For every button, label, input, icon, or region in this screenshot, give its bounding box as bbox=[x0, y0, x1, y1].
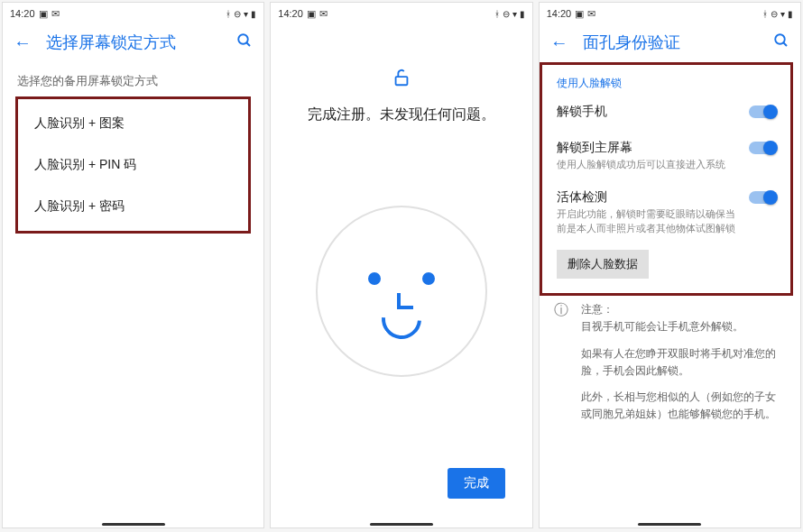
status-time: 14:20 bbox=[278, 8, 303, 19]
setting-title: 解锁手机 bbox=[557, 104, 740, 120]
face-auth-settings-screen: 14:20 ▣ ✉ ᚼ ⊖ ▾ ▮ ← 面孔身份验证 使用人脸解锁 解锁手机 解… bbox=[539, 2, 801, 528]
lock-method-screen: 14:20 ▣ ✉ ᚼ ⊖ ▾ ▮ ← 选择屏幕锁定方式 选择您的备用屏幕锁定方… bbox=[2, 2, 264, 528]
info-section: ⓘ 注意：目视手机可能会让手机意外解锁。 如果有人在您睁开双眼时将手机对准您的脸… bbox=[540, 296, 800, 437]
done-button[interactable]: 完成 bbox=[448, 468, 505, 499]
option-face-password[interactable]: 人脸识别 + 密码 bbox=[18, 186, 248, 227]
face-eye-left bbox=[368, 272, 381, 285]
back-button[interactable]: ← bbox=[550, 32, 568, 53]
face-eye-right bbox=[422, 272, 435, 285]
svg-rect-2 bbox=[396, 77, 408, 85]
back-button[interactable]: ← bbox=[14, 32, 32, 53]
app-bar-title: 选择屏幕锁定方式 bbox=[46, 32, 222, 53]
wifi-icon: ▾ bbox=[244, 9, 248, 19]
setting-title: 活体检测 bbox=[557, 189, 740, 206]
search-button[interactable] bbox=[773, 32, 789, 52]
wifi-icon: ▾ bbox=[512, 9, 517, 19]
gallery-icon: ▣ bbox=[39, 8, 48, 20]
info-icon: ⓘ bbox=[554, 301, 568, 432]
gallery-icon: ▣ bbox=[575, 8, 584, 20]
toggle-unlock-phone[interactable] bbox=[749, 105, 776, 118]
registration-message: 完成注册。未发现任何问题。 bbox=[271, 105, 531, 124]
setting-unlock-home[interactable]: 解锁到主屏幕 使用人脸解锁成功后可以直接进入系统 bbox=[542, 131, 790, 180]
wifi-icon: ▾ bbox=[780, 9, 785, 19]
svg-point-0 bbox=[239, 34, 249, 44]
battery-icon: ▮ bbox=[251, 9, 256, 19]
wechat-icon: ✉ bbox=[319, 8, 328, 20]
info-heading: 注意： bbox=[581, 303, 614, 316]
dnd-icon: ⊖ bbox=[771, 9, 778, 19]
face-graphic bbox=[316, 206, 487, 377]
setting-liveness[interactable]: 活体检测 开启此功能，解锁时需要眨眼睛以确保当前是本人而非照片或者其他物体试图解… bbox=[542, 180, 790, 244]
app-bar: ← 选择屏幕锁定方式 bbox=[3, 23, 263, 62]
wechat-icon: ✉ bbox=[51, 8, 60, 20]
info-p3: 此外，长相与您相似的人（例如您的子女或同胞兄弟姐妹）也能够解锁您的手机。 bbox=[581, 389, 786, 423]
delete-face-data-button[interactable]: 删除人脸数据 bbox=[557, 250, 649, 279]
registration-content: 完成注册。未发现任何问题。 bbox=[271, 23, 531, 377]
app-bar-title: 面孔身份验证 bbox=[583, 32, 759, 53]
search-button[interactable] bbox=[236, 32, 253, 52]
setting-unlock-phone[interactable]: 解锁手机 bbox=[542, 95, 790, 131]
battery-icon: ▮ bbox=[520, 9, 525, 19]
bluetooth-icon: ᚼ bbox=[494, 9, 500, 19]
unlock-icon bbox=[271, 68, 531, 93]
gallery-icon: ▣ bbox=[307, 8, 316, 20]
status-time: 14:20 bbox=[10, 8, 35, 19]
status-bar: 14:20 ▣ ✉ ᚼ ⊖ ▾ ▮ bbox=[540, 3, 800, 23]
status-bar: 14:20 ▣ ✉ ᚼ ⊖ ▾ ▮ bbox=[3, 3, 263, 23]
svg-line-1 bbox=[247, 42, 251, 46]
svg-point-3 bbox=[775, 34, 785, 44]
section-header: 使用人脸解锁 bbox=[542, 67, 790, 95]
status-bar: 14:20 ▣ ✉ ᚼ ⊖ ▾ ▮ bbox=[271, 3, 531, 23]
section-label: 选择您的备用屏幕锁定方式 bbox=[3, 62, 263, 96]
setting-desc: 使用人脸解锁成功后可以直接进入系统 bbox=[557, 158, 740, 171]
option-face-pin[interactable]: 人脸识别 + PIN 码 bbox=[18, 144, 248, 186]
toggle-liveness[interactable] bbox=[749, 191, 776, 204]
option-face-pattern[interactable]: 人脸识别 + 图案 bbox=[18, 103, 248, 144]
bluetooth-icon: ᚼ bbox=[762, 9, 768, 19]
toggle-unlock-home[interactable] bbox=[749, 142, 776, 154]
home-indicator[interactable] bbox=[102, 523, 165, 526]
registration-complete-screen: 14:20 ▣ ✉ ᚼ ⊖ ▾ ▮ 完成注册。未发现任何问题。 完成 bbox=[270, 2, 532, 528]
info-text: 注意：目视手机可能会让手机意外解锁。 如果有人在您睁开双眼时将手机对准您的脸，手… bbox=[581, 301, 786, 432]
highlight-box: 使用人脸解锁 解锁手机 解锁到主屏幕 使用人脸解锁成功后可以直接进入系统 活体检… bbox=[540, 62, 793, 296]
status-time: 14:20 bbox=[547, 8, 572, 19]
wechat-icon: ✉ bbox=[587, 8, 595, 20]
svg-line-4 bbox=[783, 42, 787, 46]
info-p1: 目视手机可能会让手机意外解锁。 bbox=[581, 320, 743, 333]
battery-icon: ▮ bbox=[788, 9, 793, 19]
bluetooth-icon: ᚼ bbox=[226, 9, 231, 19]
setting-title: 解锁到主屏幕 bbox=[557, 140, 740, 156]
dnd-icon: ⊖ bbox=[503, 9, 510, 19]
dnd-icon: ⊖ bbox=[234, 9, 241, 19]
info-p2: 如果有人在您睁开双眼时将手机对准您的脸，手机会因此解锁。 bbox=[581, 345, 786, 380]
app-bar: ← 面孔身份验证 bbox=[540, 23, 800, 62]
face-mouth bbox=[374, 291, 429, 347]
highlight-box: 人脸识别 + 图案 人脸识别 + PIN 码 人脸识别 + 密码 bbox=[15, 96, 251, 234]
setting-desc: 开启此功能，解锁时需要眨眼睛以确保当前是本人而非照片或者其他物体试图解锁 bbox=[557, 207, 740, 235]
home-indicator[interactable] bbox=[370, 523, 433, 526]
home-indicator[interactable] bbox=[638, 523, 701, 526]
